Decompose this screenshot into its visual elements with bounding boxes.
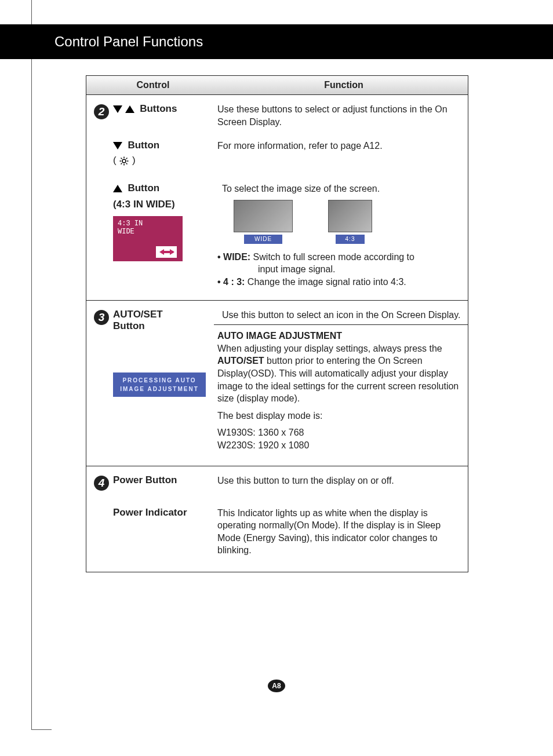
proc-line: PROCESSING AUTO — [122, 377, 196, 384]
control-label: Button — [128, 140, 159, 151]
row-down-button: Button ( ) For more information, refer t… — [86, 136, 468, 174]
trim-mark-bottom — [31, 729, 52, 730]
auto-adjust-body: When adjusting your display settings, al… — [217, 342, 461, 405]
aspect-thumbnails: WIDE 4:3 — [234, 200, 461, 244]
thumb-image — [328, 200, 372, 232]
brightness-icon — [119, 156, 129, 166]
auto-adjust-title: AUTO IMAGE ADJUSTMENT — [217, 331, 342, 341]
osd-line: WIDE — [118, 228, 178, 236]
paren-open: ( — [113, 155, 119, 166]
mode-2: W2230S: 1920 x 1080 — [217, 439, 461, 452]
triangle-down-icon — [113, 105, 122, 113]
section-4: 4 Power Button Use this button to turn t… — [86, 466, 468, 572]
bullet-4-3: • 4 : 3: Change the image signal ratio i… — [217, 276, 461, 288]
thumb-wide: WIDE — [234, 200, 293, 244]
bullet-text-cont: input image signal. — [217, 263, 461, 276]
col-header-function: Function — [220, 80, 468, 90]
control-label: Power Indicator — [113, 507, 217, 557]
step-number-2: 2 — [94, 104, 109, 119]
osd-arrow-icon — [156, 246, 177, 258]
autoset-top-desc: Use this button to select an icon in the… — [217, 309, 461, 322]
triangle-down-icon — [113, 142, 122, 149]
down-button-description: For more information, refer to page A12. — [217, 140, 461, 166]
svg-line-5 — [121, 158, 122, 159]
control-label: Button — [128, 182, 159, 193]
bullet-text: Switch to full screen mode according to — [250, 252, 414, 262]
page-title-banner: Control Panel Functions — [0, 24, 553, 59]
control-label: Button — [113, 320, 217, 332]
col-header-control: Control — [86, 80, 220, 90]
buttons-description: Use these buttons to select or adjust fu… — [217, 103, 461, 128]
osd-line: 4:3 IN — [118, 220, 178, 228]
svg-line-8 — [126, 158, 128, 159]
triangle-up-icon — [113, 185, 122, 192]
table-header: Control Function — [86, 76, 468, 95]
thumb-4-3: 4:3 — [321, 200, 380, 244]
svg-point-0 — [122, 159, 126, 163]
row-power-button: 4 Power Button Use this button to turn t… — [86, 466, 468, 499]
text-bold: AUTO/SET — [217, 356, 264, 366]
power-indicator-desc: This Indicator lights up as white when t… — [217, 507, 461, 557]
page-title: Control Panel Functions — [54, 34, 203, 50]
control-label: Buttons — [140, 103, 177, 114]
up-button-description: To select the image size of the screen. — [217, 182, 461, 195]
step-number-4: 4 — [94, 476, 109, 491]
text: When adjusting your display settings, al… — [217, 344, 442, 353]
trim-mark-left — [31, 0, 32, 730]
control-label: AUTO/SET — [113, 309, 217, 320]
osd-preview-box: 4:3 IN WIDE — [113, 216, 183, 261]
section-3: 3 AUTO/SET Button PROCESSING AUTO IMAGE … — [86, 301, 468, 466]
svg-line-7 — [121, 163, 122, 164]
step-number-3: 3 — [94, 310, 109, 325]
control-sublabel: (4:3 IN WIDE) — [113, 199, 217, 210]
row-up-button: Button (4:3 IN WIDE) 4:3 IN WIDE To sele… — [86, 174, 468, 300]
thumb-label: WIDE — [244, 235, 282, 244]
manual-page: Control Panel Functions Control Function… — [0, 0, 553, 756]
bullet-label: • WIDE: — [217, 252, 250, 262]
divider — [214, 324, 468, 325]
paren-close: ) — [129, 155, 135, 166]
page-number-badge: A8 — [268, 680, 285, 692]
svg-line-6 — [126, 163, 128, 164]
bullet-wide: • WIDE: Switch to full screen mode accor… — [217, 251, 461, 276]
power-button-desc: Use this button to turn the display on o… — [217, 474, 461, 491]
proc-line: IMAGE ADJUSTMENT — [120, 386, 199, 392]
row-up-down-buttons: 2 Buttons Use these buttons to select or… — [86, 95, 468, 136]
triangle-up-icon — [125, 105, 134, 113]
bullet-label: • 4 : 3: — [217, 277, 245, 287]
thumb-image — [234, 200, 293, 232]
row-power-indicator: Power Indicator This Indicator lights up… — [86, 499, 468, 572]
section-2: 2 Buttons Use these buttons to select or… — [86, 95, 468, 301]
bullet-text: Change the image signal ratio into 4:3. — [245, 277, 406, 287]
control-label: Power Button — [113, 474, 217, 491]
thumb-label: 4:3 — [336, 235, 365, 244]
best-mode-label: The best display mode is: — [217, 410, 461, 422]
mode-1: W1930S: 1360 x 768 — [217, 426, 461, 439]
processing-auto-box: PROCESSING AUTO IMAGE ADJUSTMENT — [113, 372, 206, 397]
controls-table: Control Function 2 Buttons Use these but… — [86, 75, 468, 572]
